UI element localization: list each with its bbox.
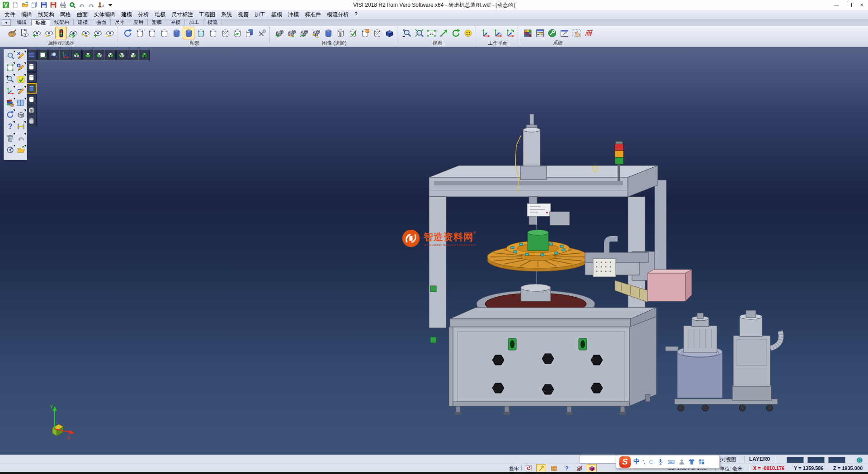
axis-button[interactable] [480,27,491,39]
cyl-button[interactable] [26,72,37,83]
menu-item[interactable]: 实体编辑 [94,11,115,19]
cube-top-button[interactable] [71,50,82,60]
window-blue-button[interactable] [15,97,26,109]
pencil-s-button[interactable] [15,85,26,97]
menu-item[interactable]: 电极 [155,11,165,19]
cyl-striped-button[interactable] [371,27,383,39]
cube-back-button[interactable] [127,50,138,60]
palette-button[interactable] [6,27,18,39]
machine-carrier-wheel[interactable] [487,213,589,299]
cyl-recycle-button[interactable] [231,27,243,39]
pages-button[interactable] [30,1,38,9]
pencil-x-button[interactable] [15,50,26,62]
color-grid-button[interactable] [522,27,533,39]
cyl-blue-button[interactable] [322,27,334,39]
cam-traffic-button[interactable] [286,27,297,39]
machine-pink-box[interactable] [647,270,692,301]
active-layer-label[interactable]: LAYER0 [749,456,770,462]
cyl-button[interactable] [134,27,146,39]
one2one-button[interactable] [425,27,437,39]
color-swatch-3[interactable] [828,457,845,463]
menu-item[interactable]: 文件 [5,11,15,19]
toolbox-grid-icon[interactable] [698,458,705,465]
settings-win-button[interactable] [558,27,570,39]
menu-item[interactable]: 编辑 [21,11,32,19]
cyl-blue-button[interactable] [183,27,194,39]
axis-button[interactable] [5,85,15,97]
cam-pm-button[interactable] [310,27,322,39]
tab-dropdown-caret[interactable]: ▼ [2,19,11,26]
cyl-corner-button[interactable] [359,27,371,39]
machine-grinding-disc[interactable] [476,284,595,322]
ime-language-toggle[interactable]: 中 [633,458,640,466]
snap-lock-label[interactable]: 拴牢 [509,465,519,472]
machine-cabinet[interactable] [449,317,656,415]
eye-minus-button[interactable] [104,27,116,39]
color-swatch-1[interactable] [787,457,804,463]
undo-button[interactable] [77,1,86,9]
frame-sel-button[interactable] [37,50,48,60]
refresh-green-button[interactable] [450,27,462,39]
cyl-refresh-button[interactable] [122,27,133,39]
machine-spindle-tower[interactable] [515,114,570,225]
cyl-button[interactable] [207,27,219,39]
cyl-copy-button[interactable] [244,27,255,39]
toolbar-tab[interactable]: 塑膜 [148,19,166,25]
color-swatch-2[interactable] [807,457,825,463]
traffic-button[interactable] [55,27,67,39]
eye-plus-button[interactable] [92,27,104,39]
menu-item[interactable]: 冲模 [288,11,299,19]
menu-item[interactable]: 加工 [255,11,265,19]
coolant-pump-cart[interactable] [665,310,781,411]
cube-front-button[interactable] [116,50,127,60]
frame-sel-button[interactable] [5,62,15,73]
folder-open-button[interactable] [15,144,26,156]
menu-item[interactable]: 工程图 [199,11,215,19]
cyl-button[interactable] [158,27,170,39]
cyl-button[interactable] [146,27,158,39]
graphics-viewport[interactable]: Y X 智造资料网® INTELLIGENT MANUFACTURING DAT… [0,47,868,455]
eye-minus-button[interactable] [43,27,55,39]
cyl-blue-button[interactable] [26,83,37,94]
wrench-button[interactable] [256,27,268,39]
calc2-button[interactable] [549,464,559,472]
save-red-button[interactable] [49,1,57,9]
menu-item[interactable]: 网格 [60,11,71,19]
cube-bottom-button[interactable] [82,50,93,60]
cube-no-button[interactable] [574,464,584,472]
skin-icon[interactable] [688,458,695,465]
menu-item[interactable]: 系统 [221,11,232,19]
minimize-button[interactable] [830,0,843,10]
cyl-gray-button[interactable] [26,116,37,126]
cyl-button[interactable] [26,94,37,104]
cube-left-button[interactable] [94,50,104,60]
machine-frame[interactable] [429,166,666,343]
refresh-blue-button[interactable] [5,109,15,120]
cube-right-button[interactable] [105,50,116,60]
toolbar-tab[interactable]: 冲模 [166,19,185,25]
undo-button[interactable] [15,133,26,144]
cyl-striped-button[interactable] [219,27,231,39]
maximize-button[interactable] [843,0,855,10]
menu-item[interactable]: 视窗 [238,11,249,19]
calc-button[interactable] [534,27,546,39]
axis-plane-button[interactable] [492,27,504,39]
eye-plus-button[interactable] [31,27,42,39]
zoom-fly-button[interactable] [48,50,59,60]
menu-item[interactable]: 尺寸标注 [171,11,193,19]
zoom-fit-button[interactable] [413,27,425,39]
menu-item[interactable]: 分析 [138,11,149,19]
cam-plus-button[interactable] [274,27,285,39]
machine-table[interactable] [450,308,656,327]
red-grid-button[interactable] [583,27,594,39]
cyl-ltblue-button[interactable] [195,27,207,39]
ime-emoji-button[interactable]: ☺ [648,458,654,465]
menu-item[interactable]: 模流分析 [327,11,349,19]
cube-dark-button[interactable] [383,27,395,39]
menu-item[interactable]: 塑模 [271,11,282,19]
menu-item[interactable]: 曲面 [77,11,88,19]
machine-signal-tower[interactable] [615,142,623,181]
rot-red-button[interactable] [524,464,533,472]
person-icon[interactable] [678,458,685,465]
hand-dots-button[interactable] [571,27,582,39]
